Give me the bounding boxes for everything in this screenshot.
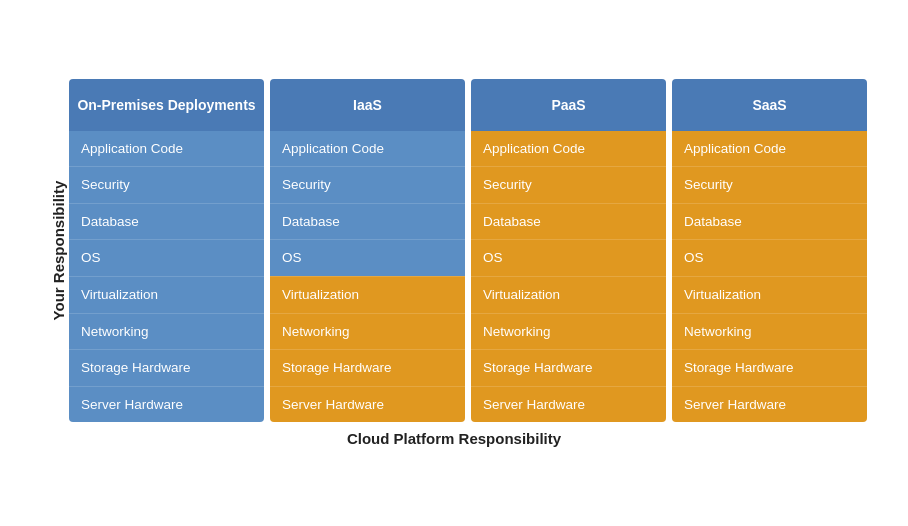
cell-paas-0: Application Code xyxy=(471,131,666,167)
cell-paas-5: Networking xyxy=(471,313,666,350)
column-body-paas: Application CodeSecurityDatabaseOSVirtua… xyxy=(471,131,666,422)
cell-iaas-4: Virtualization xyxy=(270,276,465,313)
cell-on-premises-4: Virtualization xyxy=(69,276,264,313)
cell-on-premises-5: Networking xyxy=(69,313,264,350)
cell-saas-3: OS xyxy=(672,239,867,276)
column-header-saas: SaaS xyxy=(672,79,867,131)
cell-iaas-2: Database xyxy=(270,203,465,240)
y-axis-label: Your Responsibility xyxy=(41,79,69,422)
cell-on-premises-7: Server Hardware xyxy=(69,386,264,423)
cell-saas-2: Database xyxy=(672,203,867,240)
cell-iaas-3: OS xyxy=(270,239,465,276)
cell-iaas-5: Networking xyxy=(270,313,465,350)
column-header-paas: PaaS xyxy=(471,79,666,131)
cell-iaas-7: Server Hardware xyxy=(270,386,465,423)
column-on-premises: On-Premises DeploymentsApplication CodeS… xyxy=(69,79,264,422)
cell-iaas-1: Security xyxy=(270,166,465,203)
column-header-on-premises: On-Premises Deployments xyxy=(69,79,264,131)
column-body-iaas: Application CodeSecurityDatabaseOSVirtua… xyxy=(270,131,465,422)
cell-saas-5: Networking xyxy=(672,313,867,350)
cell-on-premises-6: Storage Hardware xyxy=(69,349,264,386)
cell-saas-4: Virtualization xyxy=(672,276,867,313)
main-area: Your Responsibility On-Premises Deployme… xyxy=(41,79,867,422)
cell-paas-6: Storage Hardware xyxy=(471,349,666,386)
columns-row: On-Premises DeploymentsApplication CodeS… xyxy=(69,79,867,422)
cell-paas-2: Database xyxy=(471,203,666,240)
column-iaas: IaaSApplication CodeSecurityDatabaseOSVi… xyxy=(270,79,465,422)
cell-on-premises-2: Database xyxy=(69,203,264,240)
column-paas: PaaSApplication CodeSecurityDatabaseOSVi… xyxy=(471,79,666,422)
column-body-on-premises: Application CodeSecurityDatabaseOSVirtua… xyxy=(69,131,264,422)
cell-iaas-6: Storage Hardware xyxy=(270,349,465,386)
column-body-saas: Application CodeSecurityDatabaseOSVirtua… xyxy=(672,131,867,422)
cell-on-premises-1: Security xyxy=(69,166,264,203)
cell-paas-7: Server Hardware xyxy=(471,386,666,423)
cell-on-premises-3: OS xyxy=(69,239,264,276)
cell-paas-3: OS xyxy=(471,239,666,276)
diagram-wrapper: Your Responsibility On-Premises Deployme… xyxy=(24,79,884,447)
column-saas: SaaSApplication CodeSecurityDatabaseOSVi… xyxy=(672,79,867,422)
cell-saas-6: Storage Hardware xyxy=(672,349,867,386)
grid-area: On-Premises DeploymentsApplication CodeS… xyxy=(69,79,867,422)
cell-saas-7: Server Hardware xyxy=(672,386,867,423)
cell-saas-0: Application Code xyxy=(672,131,867,167)
cell-saas-1: Security xyxy=(672,166,867,203)
cell-iaas-0: Application Code xyxy=(270,131,465,167)
cell-paas-1: Security xyxy=(471,166,666,203)
cell-on-premises-0: Application Code xyxy=(69,131,264,167)
x-axis-label: Cloud Platform Responsibility xyxy=(24,430,884,447)
cell-paas-4: Virtualization xyxy=(471,276,666,313)
column-header-iaas: IaaS xyxy=(270,79,465,131)
